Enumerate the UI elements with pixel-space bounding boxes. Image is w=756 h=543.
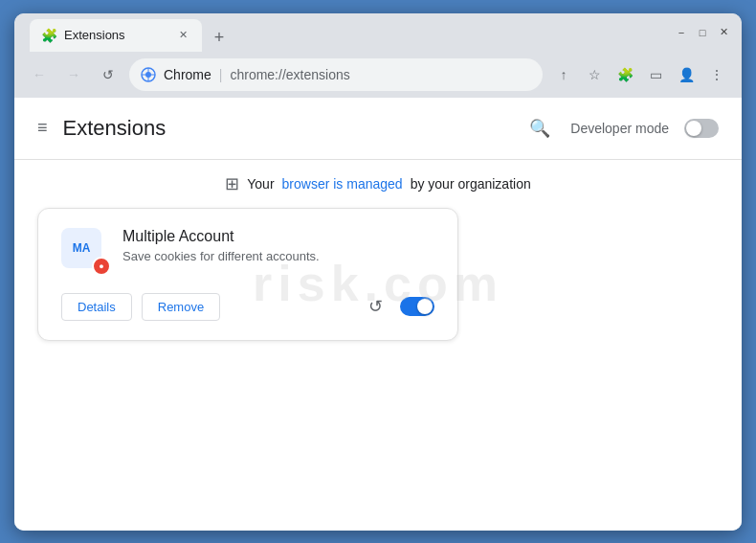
remove-button[interactable]: Remove (142, 293, 220, 321)
managed-text-after: by your organization (411, 176, 531, 192)
browser-window: 🧩 Extensions ✕ + − □ ✕ ← → ↺ (14, 13, 742, 531)
extension-actions: Details Remove (61, 293, 220, 321)
toolbar-actions: ↑ ☆ 🧩 ▭ 👤 ⋮ (550, 61, 730, 88)
more-menu-icon: ⋮ (710, 67, 723, 82)
managed-text-before: Your (247, 176, 274, 192)
extension-icon-text: MA (73, 241, 91, 255)
extension-right-controls: ↺ (362, 293, 434, 320)
search-icon: 🔍 (529, 118, 550, 139)
profile-button[interactable]: 👤 (673, 61, 700, 88)
header-left: ≡ Extensions (37, 116, 166, 141)
browser-managed-link[interactable]: browser is managed (282, 176, 403, 192)
omnibox-domain: Chrome | chrome://extensions (164, 67, 350, 82)
page-title: Extensions (63, 116, 167, 141)
tab-title: Extensions (64, 28, 167, 42)
window-controls: − □ ✕ (673, 13, 732, 52)
extensions-header: ≡ Extensions 🔍 Developer mode (14, 98, 742, 160)
reload-extension-icon: ↺ (368, 296, 383, 317)
back-button[interactable]: ← (26, 61, 53, 88)
address-bar: ← → ↺ Chrome | chrome://extensions ↑ (14, 52, 742, 98)
share-button[interactable]: ↑ (550, 61, 577, 88)
managed-grid-icon: ⊞ (225, 173, 239, 194)
puzzle-icon: 🧩 (617, 67, 634, 82)
tab-favicon-icon: 🧩 (41, 28, 56, 43)
details-button[interactable]: Details (61, 293, 132, 321)
share-icon: ↑ (561, 67, 567, 82)
star-icon: ☆ (589, 67, 601, 82)
forward-icon: → (67, 67, 80, 82)
back-icon: ← (33, 67, 46, 82)
extension-icon-badge: ● (92, 257, 111, 276)
omnibox[interactable]: Chrome | chrome://extensions (129, 58, 543, 91)
extension-info: Multiple Account Save cookies for differ… (122, 228, 434, 263)
toggle-thumb (686, 121, 701, 136)
omnibox-chrome-label: Chrome (164, 67, 211, 82)
menu-button[interactable]: ⋮ (703, 61, 730, 88)
profile-icon: 👤 (678, 67, 695, 82)
managed-banner: ⊞ Your browser is managed by your organi… (14, 160, 742, 208)
sidebar-toggle-button[interactable]: ≡ (37, 118, 48, 138)
hamburger-icon: ≡ (37, 118, 48, 137)
site-favicon-icon (141, 67, 156, 82)
omnibox-separator: | (219, 67, 223, 82)
extension-card-top: MA ● Multiple Account Save cookies for d… (61, 228, 434, 274)
extension-name: Multiple Account (122, 228, 434, 245)
new-tab-button[interactable]: + (206, 25, 233, 52)
close-button[interactable]: ✕ (715, 24, 732, 41)
maximize-button[interactable]: □ (694, 24, 711, 41)
page-content: ≡ Extensions 🔍 Developer mode ⊞ Your bro… (14, 98, 742, 531)
omnibox-url: chrome://extensions (230, 67, 349, 82)
active-tab[interactable]: 🧩 Extensions ✕ (30, 19, 202, 52)
bookmark-button[interactable]: ☆ (581, 61, 608, 88)
extension-card: MA ● Multiple Account Save cookies for d… (37, 208, 458, 341)
split-view-button[interactable]: ▭ (642, 61, 669, 88)
extensions-button[interactable]: 🧩 (611, 61, 638, 88)
extension-description: Save cookies for different accounts. (122, 249, 434, 263)
forward-button[interactable]: → (60, 61, 87, 88)
tab-area: 🧩 Extensions ✕ + (22, 13, 233, 52)
developer-mode-toggle[interactable] (684, 119, 719, 138)
developer-mode-label: Developer mode (570, 121, 669, 136)
record-icon: ● (99, 261, 103, 271)
reload-icon: ↺ (102, 67, 114, 82)
extension-toggle-thumb (417, 299, 433, 314)
split-view-icon: ▭ (650, 67, 662, 82)
extension-card-bottom: Details Remove ↺ (61, 293, 434, 321)
reload-button[interactable]: ↺ (95, 61, 122, 88)
extension-enable-toggle[interactable] (400, 297, 434, 316)
minimize-button[interactable]: − (673, 24, 690, 41)
tab-close-button[interactable]: ✕ (175, 28, 190, 43)
header-right: 🔍 Developer mode (524, 113, 719, 144)
search-button[interactable]: 🔍 (524, 113, 555, 144)
extensions-list: MA ● Multiple Account Save cookies for d… (14, 208, 742, 341)
extension-icon: MA ● (61, 228, 107, 274)
reload-extension-button[interactable]: ↺ (362, 293, 389, 320)
title-bar: 🧩 Extensions ✕ + − □ ✕ (14, 13, 742, 52)
